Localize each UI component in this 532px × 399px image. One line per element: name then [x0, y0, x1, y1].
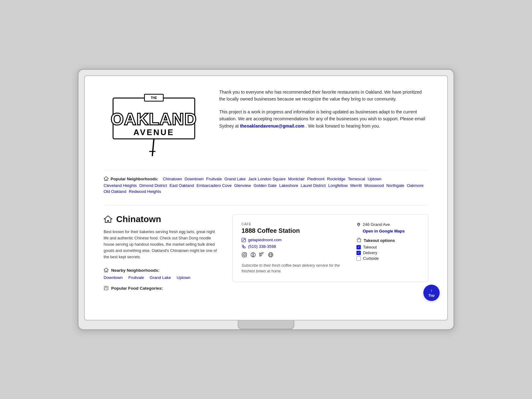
chinatown-section: Chinatown Best known for their bakeries … [104, 214, 428, 291]
takeout-option-delivery: Delivery [356, 251, 419, 255]
neighborhood-home-icon [104, 215, 112, 224]
business-note: Subscribe to their fresh coffee bean del… [242, 263, 346, 274]
checkbox-delivery[interactable] [356, 251, 361, 255]
nearby-fruitvale[interactable]: Fruitvale [128, 275, 144, 280]
neighborhood-laurel-district[interactable]: Laurel District [301, 183, 326, 188]
hero-paragraph-1: Thank you to everyone who has recommende… [219, 89, 428, 103]
web-globe-icon[interactable] [268, 252, 274, 259]
neighborhood-jack-london[interactable]: Jack London Square [248, 177, 285, 181]
logo-svg: THE OAKLAND OAKLAND OAKLAND AVENUE [104, 89, 204, 158]
neighborhood-uptown[interactable]: Uptown [368, 177, 382, 181]
neighborhood-chinatown[interactable]: Chinatown [163, 177, 182, 181]
takeout-icon [356, 238, 361, 243]
google-maps-link[interactable]: Open in Google Maps [363, 229, 419, 233]
svg-point-20 [358, 223, 360, 225]
site-logo: THE OAKLAND OAKLAND OAKLAND AVENUE [104, 89, 204, 159]
home-icon [104, 176, 109, 181]
svg-text:AVENUE: AVENUE [133, 128, 174, 137]
neighborhood-redwood-heights[interactable]: Redwood Heights [129, 189, 161, 194]
nearby-grand-lake[interactable]: Grand Lake [150, 275, 171, 280]
svg-text:OAKLAND: OAKLAND [111, 110, 197, 128]
neighborhood-description: Best known for their bakeries serving fr… [104, 229, 220, 260]
neighborhood-cleveland-heights[interactable]: Cleveland Heights [104, 183, 137, 188]
neighborhood-temescal[interactable]: Temescal [348, 177, 365, 181]
neighborhood-embarcadero-cove[interactable]: Embarcadero Cove [197, 183, 232, 188]
hero-paragraph-2: This project is a work in progress and i… [219, 108, 428, 129]
business-website[interactable]: getapiedmont.com [242, 238, 346, 242]
neighborhood-oakmore[interactable]: Oakmore [407, 183, 423, 188]
takeout-option-takeout: Takeout [356, 245, 419, 249]
svg-line-1 [152, 139, 154, 156]
neighborhood-mosswood[interactable]: Mosswood [364, 183, 384, 188]
email-link[interactable]: theoaklandavenue@gmail.com [240, 123, 304, 128]
business-address: 246 Grand Ave [356, 222, 419, 227]
business-info: CAFE 1888 Coffee Station getapiedmont.co… [242, 222, 346, 274]
top-arrow-icon: ↑ [431, 288, 433, 293]
instagram-icon[interactable] [242, 252, 247, 259]
takeout-section: Takeout options Takeout Delivery [356, 238, 419, 261]
website-icon [242, 238, 246, 242]
neighborhood-northgate[interactable]: Northgate [386, 183, 404, 188]
section-divider [104, 205, 428, 205]
monitor-stand [238, 320, 294, 329]
neighborhoods-label: Popular Neighborhoods: [104, 176, 158, 181]
neighborhood-montclair[interactable]: Montclair [288, 177, 305, 181]
neighborhood-heading: Chinatown [116, 214, 161, 224]
checkbox-curbside[interactable] [356, 256, 361, 261]
svg-rect-13 [242, 253, 247, 257]
neighborhood-dimond-district[interactable]: Dimond District [139, 183, 167, 188]
neighborhood-fruitvale[interactable]: Fruitvale [206, 177, 222, 181]
neighborhood-rockridge[interactable]: Rockridge [327, 177, 345, 181]
svg-text:THE: THE [151, 96, 157, 100]
business-card: CAFE 1888 Coffee Station getapiedmont.co… [232, 214, 428, 282]
neighborhood-title: Chinatown [104, 214, 220, 224]
food-icon [104, 286, 109, 291]
neighborhoods-nav: Popular Neighborhoods: Chinatown Downtow… [104, 170, 428, 194]
hero-description: Thank you to everyone who has recommende… [219, 89, 428, 135]
neighborhood-old-oakland[interactable]: Old Oakland [104, 189, 126, 194]
business-location: 246 Grand Ave Open in Google Maps Takeou… [356, 222, 419, 274]
takeout-option-curbside: Curbside [356, 256, 419, 261]
top-button[interactable]: ↑ Top [423, 285, 440, 301]
takeout-title: Takeout options [356, 238, 419, 243]
svg-point-15 [245, 253, 246, 254]
hero-section: THE OAKLAND OAKLAND OAKLAND AVENUE Thank… [104, 89, 428, 159]
location-icon [356, 222, 361, 227]
nearby-neighborhoods: Nearby Neighborhoods: Downtown Fruitvale… [104, 268, 220, 280]
neighborhood-piedmont[interactable]: Piedmont [307, 177, 324, 181]
neighborhood-longfellow[interactable]: Longfellow [328, 183, 348, 188]
neighborhood-left-panel: Chinatown Best known for their bakeries … [104, 214, 220, 291]
nearby-downtown[interactable]: Downtown [104, 275, 123, 280]
neighborhood-grand-lake[interactable]: Grand Lake [224, 177, 246, 181]
nearby-uptown[interactable]: Uptown [177, 275, 191, 280]
food-categories-title: Popular Food Categories: [104, 286, 220, 291]
checkbox-takeout[interactable] [356, 245, 361, 249]
website-link[interactable]: getapiedmont.com [248, 238, 282, 242]
nearby-home-icon [104, 268, 109, 273]
business-name: 1888 Coffee Station [242, 227, 346, 234]
business-phone: (510) 338-3598 [242, 244, 346, 249]
neighborhood-lakeshore[interactable]: Lakeshore [279, 183, 298, 188]
top-label: Top [428, 293, 434, 297]
business-category: CAFE [242, 222, 346, 226]
facebook-icon[interactable] [250, 252, 256, 259]
social-links [242, 252, 346, 259]
neighborhood-golden-gate[interactable]: Golden Gate [253, 183, 277, 188]
food-categories: Popular Food Categories: [104, 286, 220, 291]
twitter-icon[interactable] [259, 252, 265, 259]
neighborhood-downtown[interactable]: Downtown [185, 177, 204, 181]
nearby-links: Downtown Fruitvale Grand Lake Uptown [104, 275, 220, 280]
phone-icon [242, 244, 246, 249]
nearby-title: Nearby Neighborhoods: [104, 268, 220, 273]
neighborhood-glenview[interactable]: Glenview [234, 183, 251, 188]
secondary-neighborhoods-row: Cleveland Heights Dimond District East O… [104, 183, 428, 194]
svg-point-14 [243, 254, 246, 256]
primary-neighborhoods-row: Popular Neighborhoods: Chinatown Downtow… [104, 176, 428, 181]
neighborhood-merritt[interactable]: Merritt [350, 183, 362, 188]
neighborhood-east-oakland[interactable]: East Oakland [170, 183, 194, 188]
